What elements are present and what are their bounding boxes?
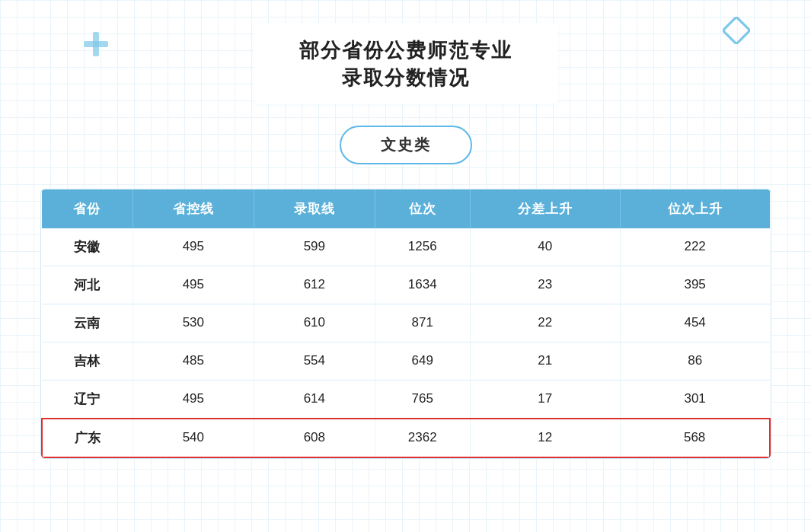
table-header-row: 省份 省控线 录取线 位次 分差上升 位次上升 (42, 190, 770, 228)
table-cell: 765 (375, 380, 470, 419)
table-row: 河北495612163423395 (42, 266, 770, 304)
table-cell: 22 (470, 304, 620, 342)
table-cell: 649 (375, 342, 470, 380)
table-cell: 86 (620, 342, 769, 380)
table-cell: 301 (620, 380, 769, 419)
table-cell: 辽宁 (42, 380, 133, 419)
data-table-container: 省份 省控线 录取线 位次 分差上升 位次上升 安徽49559912564022… (40, 189, 771, 459)
table-cell: 454 (620, 304, 769, 342)
title-box: 部分省份公费师范专业 录取分数情况 (254, 23, 558, 104)
table-cell: 495 (133, 228, 254, 266)
table-cell: 530 (133, 304, 254, 342)
table-cell: 2362 (375, 419, 470, 457)
scores-table: 省份 省控线 录取线 位次 分差上升 位次上升 安徽49559912564022… (41, 190, 771, 458)
table-cell: 1256 (375, 228, 470, 266)
table-row: 辽宁49561476517301 (42, 380, 770, 419)
category-button[interactable]: 文史类 (340, 126, 472, 164)
col-header-control: 省控线 (133, 190, 254, 228)
table-cell: 495 (133, 266, 254, 304)
title-line2: 录取分数情况 (299, 64, 512, 91)
cross-decoration (84, 32, 108, 56)
table-cell: 吉林 (42, 342, 133, 380)
diamond-decoration (723, 17, 750, 44)
col-header-score-rise: 分差上升 (470, 190, 620, 228)
table-cell: 554 (254, 342, 375, 380)
col-header-rank-rise: 位次上升 (620, 190, 769, 228)
title-line1: 部分省份公费师范专业 (299, 37, 512, 64)
table-cell: 871 (375, 304, 470, 342)
col-header-admission: 录取线 (254, 190, 375, 228)
table-row: 云南53061087122454 (42, 304, 770, 342)
table-cell: 485 (133, 342, 254, 380)
table-cell: 608 (254, 419, 375, 457)
table-cell: 540 (133, 419, 254, 457)
table-cell: 广东 (42, 419, 133, 457)
table-cell: 云南 (42, 304, 133, 342)
table-cell: 安徽 (42, 228, 133, 266)
col-header-province: 省份 (42, 190, 133, 228)
table-cell: 40 (470, 228, 620, 266)
table-cell: 495 (133, 380, 254, 419)
svg-rect-2 (723, 17, 750, 44)
table-cell: 599 (254, 228, 375, 266)
table-cell: 610 (254, 304, 375, 342)
table-cell: 23 (470, 266, 620, 304)
table-cell: 612 (254, 266, 375, 304)
svg-rect-1 (84, 41, 108, 47)
table-cell: 21 (470, 342, 620, 380)
table-cell: 12 (470, 419, 620, 457)
table-row: 吉林4855546492186 (42, 342, 770, 380)
table-cell: 河北 (42, 266, 133, 304)
table-cell: 1634 (375, 266, 470, 304)
table-cell: 17 (470, 380, 620, 419)
table-row: 安徽495599125640222 (42, 228, 770, 266)
table-cell: 395 (620, 266, 769, 304)
table-cell: 568 (620, 419, 769, 457)
table-cell: 614 (254, 380, 375, 419)
table-cell: 222 (620, 228, 769, 266)
table-row: 广东540608236212568 (42, 419, 770, 457)
col-header-rank: 位次 (375, 190, 470, 228)
